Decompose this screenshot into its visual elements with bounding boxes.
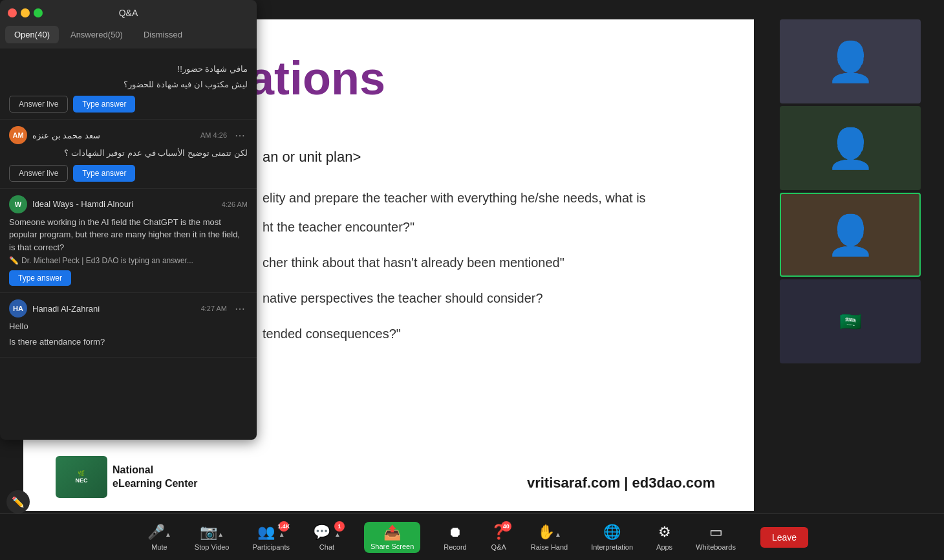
qa-text-4a: Hello: [9, 320, 248, 333]
slide-logo: 🌿NEC National eLearning Center: [56, 456, 198, 498]
participants-badge: 1.4K: [279, 521, 289, 532]
toolbar-share-screen[interactable]: 📤 Share Screen: [352, 522, 432, 553]
tab-answered[interactable]: Answered(50): [61, 26, 132, 43]
qa-text-3: Someone working in the AI field the Chat…: [9, 216, 248, 254]
video-icon: 📷▲: [200, 524, 224, 541]
qa-item-header-2: AM سعد محمد بن عنزه AM 4:26 ⋯: [9, 126, 248, 144]
qa-panel: Q&A Open(40) Answered(50) Dismissed مافي…: [0, 0, 257, 440]
participants-icon: 👥 1.4K ▲: [257, 524, 285, 541]
toolbar-raise-hand[interactable]: ✋▲ Raise Hand: [519, 524, 579, 551]
logo-icon: 🌿NEC: [56, 456, 107, 498]
qa-item-4: HA Hanadi Al-Zahrani 4:27 AM ⋯ Hello Is …: [0, 293, 257, 358]
record-icon: ⏺: [448, 524, 462, 541]
logo-text: National eLearning Center: [113, 464, 198, 491]
whiteboards-icon: ▭: [709, 524, 723, 541]
slide-line-6: tended consequences?": [263, 327, 401, 341]
apps-icon: ⚙: [658, 524, 671, 541]
interpretation-icon: 🌐: [603, 524, 621, 541]
annotation-button[interactable]: ✏️: [6, 490, 30, 513]
timestamp-3: 4:26 AM: [222, 200, 248, 208]
slide-line-4: cher think about that hasn't already bee…: [263, 255, 564, 270]
toolbar-mute[interactable]: 🎤▲ Mute: [136, 524, 183, 551]
video-tile-4: 🇸🇦: [780, 279, 921, 363]
typing-indicator-3: ✏️ Dr. Michael Peck | Ed3 DAO is typing …: [9, 256, 248, 265]
type-answer-btn-2[interactable]: Type answer: [73, 165, 135, 182]
leave-button[interactable]: Leave: [760, 527, 808, 548]
qa-item-3: W Ideal Ways - Hamdi Alnouri 4:26 AM Som…: [0, 189, 257, 294]
timestamp-4: 4:27 AM: [201, 305, 227, 312]
answer-live-btn-1[interactable]: Answer live: [9, 96, 68, 113]
toolbar-chat[interactable]: 💬 1 ▲ Chat: [301, 524, 352, 551]
tabs-bar: Open(40) Answered(50) Dismissed: [0, 26, 257, 48]
qa-item-header-3: W Ideal Ways - Hamdi Alnouri 4:26 AM: [9, 195, 248, 213]
dots-menu-4[interactable]: ⋯: [232, 303, 248, 315]
dots-menu-2[interactable]: ⋯: [232, 129, 248, 142]
bottom-toolbar: 🎤▲ Mute 📷▲ Stop Video 👥 1.4K ▲ Participa…: [0, 513, 944, 560]
avatar-2: AM: [9, 126, 27, 144]
type-answer-btn-3[interactable]: Type answer: [9, 270, 71, 286]
share-screen-icon: 📤: [383, 524, 401, 541]
slide-line-5: native perspectives the teacher should c…: [263, 291, 543, 306]
close-button[interactable]: [8, 8, 17, 17]
mute-icon: 🎤▲: [147, 524, 171, 541]
tab-dismissed[interactable]: Dismissed: [134, 26, 191, 43]
type-answer-btn-1[interactable]: Type answer: [73, 96, 135, 113]
answer-live-btn-2[interactable]: Answer live: [9, 165, 68, 182]
traffic-lights: [8, 8, 43, 17]
toolbar-stop-video[interactable]: 📷▲ Stop Video: [183, 524, 241, 551]
video-tile-1: 👤: [780, 19, 921, 103]
video-tile-2: 👤: [780, 106, 921, 190]
qa-item-2: AM سعد محمد بن عنزه AM 4:26 ⋯ لكن تتمنى …: [0, 120, 257, 189]
avatar-3: W: [9, 195, 27, 213]
slide-line-3: ht the teacher encounter?": [263, 220, 414, 235]
qa-text-arabic-1b: ليش مكتوب ان فيه شهادة للحضور؟: [9, 78, 248, 91]
qa-text-2: لكن تتمنى توضيح الأسباب في عدم توفير الش…: [9, 147, 248, 160]
pencil-icon: ✏️: [9, 256, 19, 265]
tab-open[interactable]: Open(40): [5, 26, 59, 43]
toolbar-qa[interactable]: ❓ 40 Q&A: [478, 524, 519, 551]
toolbar-whiteboards[interactable]: ▭ Whiteboards: [684, 524, 747, 551]
qa-label: Q&A: [491, 543, 506, 551]
user-name-4: Hanadi Al-Zahrani: [32, 304, 196, 314]
participants-label: Participants: [252, 543, 289, 551]
toolbar-participants[interactable]: 👥 1.4K ▲ Participants: [241, 524, 301, 551]
minimize-button[interactable]: [21, 8, 30, 17]
timestamp-2: AM 4:26: [200, 131, 227, 139]
chat-label: Chat: [319, 543, 334, 551]
toolbar-apps[interactable]: ⚙ Apps: [645, 524, 684, 551]
chat-badge: 1: [334, 521, 345, 532]
qa-item-1: مافي شهادة حضور!! ليش مكتوب ان فيه شهادة…: [0, 54, 257, 120]
slide-line-2: elity and prepare the teacher with every…: [263, 191, 646, 206]
qa-text-arabic-1a: مافي شهادة حضور!!: [9, 63, 248, 76]
share-screen-btn[interactable]: 📤 Share Screen: [364, 522, 420, 553]
user-name-2: سعد محمد بن عنزه: [32, 131, 195, 140]
record-label: Record: [444, 543, 466, 551]
raise-hand-label: Raise Hand: [531, 543, 568, 551]
stop-video-label: Stop Video: [195, 543, 230, 551]
slide-domain: vritisaraf.com | ed3dao.com: [527, 475, 715, 491]
user-name-3: Ideal Ways - Hamdi Alnouri: [32, 199, 217, 209]
maximize-button[interactable]: [34, 8, 43, 17]
qa-panel-title: Q&A: [119, 8, 138, 18]
slide-line-1: an or unit plan>: [263, 149, 361, 166]
qa-actions-3: Type answer: [9, 270, 248, 286]
chat-icon: 💬 1 ▲: [313, 524, 341, 541]
toolbar-interpretation[interactable]: 🌐 Interpretation: [579, 524, 645, 551]
mute-label: Mute: [151, 543, 167, 551]
toolbar-record[interactable]: ⏺ Record: [432, 524, 478, 551]
qa-content: مافي شهادة حضور!! ليش مكتوب ان فيه شهادة…: [0, 48, 257, 440]
whiteboards-label: Whiteboards: [696, 543, 736, 551]
qa-badge: 40: [501, 521, 511, 532]
title-bar: Q&A: [0, 0, 257, 26]
avatar-4: HA: [9, 299, 27, 318]
qa-actions-1: Answer live Type answer: [9, 96, 248, 113]
share-screen-label: Share Screen: [370, 543, 414, 550]
qa-icon: ❓ 40: [490, 524, 508, 541]
video-tile-3: 👤: [780, 193, 921, 277]
qa-item-header-4: HA Hanadi Al-Zahrani 4:27 AM ⋯: [9, 299, 248, 318]
qa-actions-2: Answer live Type answer: [9, 165, 248, 182]
pencil-icon-btn: ✏️: [12, 496, 25, 508]
raise-hand-icon: ✋▲: [537, 524, 561, 541]
qa-text-4b: Is there attendance form?: [9, 336, 248, 349]
apps-label: Apps: [656, 543, 672, 551]
